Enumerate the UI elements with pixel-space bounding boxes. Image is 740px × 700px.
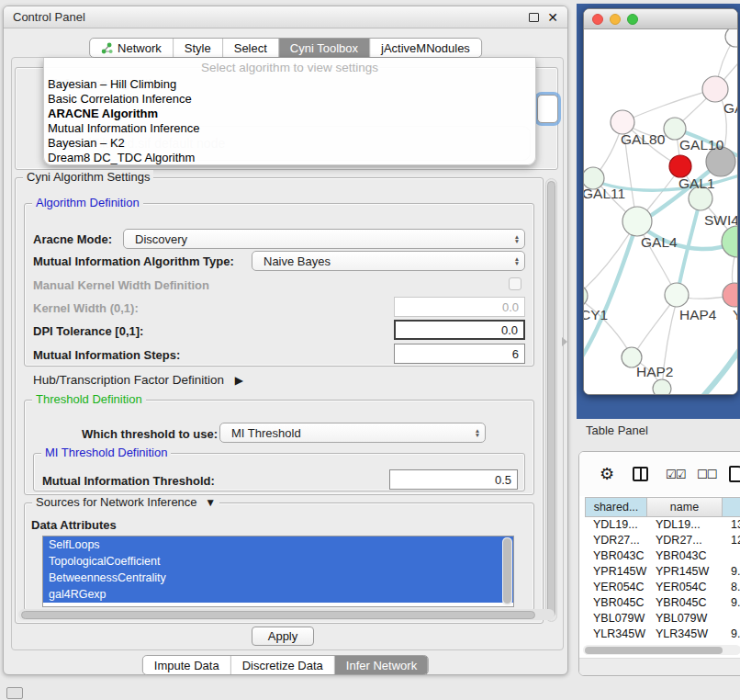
table-row[interactable]: YDR27...YDR27...12 <box>585 533 740 548</box>
network-window-titlebar[interactable] <box>584 9 737 29</box>
window-zoom-icon[interactable] <box>627 14 638 25</box>
float-panel-icon[interactable] <box>529 13 539 22</box>
control-panel-title: Control Panel <box>13 10 85 24</box>
node-bottom[interactable] <box>653 379 671 394</box>
algorithm-combo-fragment[interactable] <box>537 95 558 123</box>
aracne-mode-combo[interactable]: Discovery ▲▼ <box>123 229 525 249</box>
chevron-updown-icon: ▲▼ <box>470 428 485 437</box>
node-gal1[interactable] <box>669 155 691 177</box>
node-salmon[interactable] <box>723 283 737 307</box>
node-label: GAL80 <box>621 131 666 147</box>
network-view-window: GAL GAL80 GAL10 GAL1 GAL11 SWI4 GAL4 GCY… <box>583 8 738 395</box>
network-canvas[interactable]: GAL GAL80 GAL10 GAL1 GAL11 SWI4 GAL4 GCY… <box>584 29 737 394</box>
kernel-width-label: Kernel Width (0,1): <box>33 301 139 315</box>
settings-vertical-scrollbar[interactable] <box>545 178 557 622</box>
which-threshold-combo[interactable]: MI Threshold ▲▼ <box>219 423 486 443</box>
dpi-tolerance-label: DPI Tolerance [0,1]: <box>33 324 143 338</box>
mi-steps-label: Mutual Information Steps: <box>33 348 180 362</box>
table-row[interactable]: YER054CYER054C8. <box>585 580 740 595</box>
tab-style[interactable]: Style <box>174 39 223 57</box>
threshold-definition-title: Threshold Definition <box>32 392 146 406</box>
mi-threshold-field[interactable]: 0.5 <box>389 469 518 490</box>
table-row[interactable]: YBR045CYBR045C9. <box>585 595 740 611</box>
manual-kernel-width-checkbox[interactable] <box>509 277 521 290</box>
column-header-name[interactable]: name <box>647 497 723 517</box>
gear-icon[interactable]: ⚙ <box>600 464 614 484</box>
sources-group-title[interactable]: Sources for Network Inference ▼ <box>32 495 219 509</box>
dpi-tolerance-field[interactable]: 0.0 <box>394 320 525 340</box>
chevron-updown-icon: ▲▼ <box>510 256 524 265</box>
node-label: GAL10 <box>679 137 724 152</box>
apply-button[interactable]: Apply <box>252 627 314 646</box>
control-panel-titlebar: Control Panel ✕ <box>4 6 567 28</box>
node-gal4[interactable] <box>622 207 652 236</box>
node-label: SWI4 <box>704 212 737 228</box>
tab-select[interactable]: Select <box>223 39 279 57</box>
panel-splitter-handle[interactable] <box>562 337 567 346</box>
list-item-selfloops[interactable]: SelfLoops <box>43 536 513 553</box>
algo-item-dream8[interactable]: Dream8 DC_TDC Algorithm <box>44 151 535 165</box>
columns-icon[interactable] <box>633 467 648 481</box>
node-label: GCY1 <box>584 307 608 322</box>
settings-horizontal-scrollbar[interactable] <box>18 609 555 620</box>
attribute-list-scrollbar[interactable] <box>502 537 512 605</box>
node-swi4[interactable] <box>722 226 737 257</box>
node-gal[interactable] <box>702 76 728 102</box>
manual-kernel-width-label: Manual Kernel Width Definition <box>33 278 209 292</box>
caret-down-icon: ▼ <box>205 496 216 509</box>
table-row[interactable]: YBL079WYBL079W <box>585 611 740 627</box>
algorithm-placeholder: Select algorithm to view settings <box>44 58 535 77</box>
tab-jactivemnodules[interactable]: jActiveMNodules <box>370 39 481 57</box>
tab-discretize-data[interactable]: Discretize Data <box>231 656 335 674</box>
data-attributes-list: SelfLoops TopologicalCoefficient Between… <box>42 536 514 607</box>
export-table-icon[interactable] <box>729 466 740 482</box>
dock-panel-icon[interactable] <box>6 687 23 699</box>
caret-right-icon: ▶ <box>235 374 243 387</box>
network-icon <box>101 42 113 54</box>
algo-item-bayesian-k2[interactable]: Bayesian – K2 <box>44 136 535 151</box>
deselect-all-checks-icon[interactable]: ☐☐ <box>697 468 716 481</box>
node-label: GAL11 <box>584 186 625 201</box>
mi-algorithm-type-label: Mutual Information Algorithm Type: <box>33 254 234 268</box>
list-item-topologicalcoefficient[interactable]: TopologicalCoefficient <box>43 553 513 570</box>
window-close-icon[interactable] <box>592 14 603 25</box>
list-item-gal4rgexp[interactable]: gal4RGexp <box>43 586 513 603</box>
column-header-shared-name[interactable]: shared... <box>585 497 647 517</box>
node-hap4[interactable] <box>665 283 689 307</box>
select-all-checks-icon[interactable]: ☑☑ <box>666 468 685 481</box>
node-label: GAL1 <box>678 175 715 191</box>
application-root: Control Panel ✕ Network Style Selec <box>0 0 740 700</box>
table-panel-footer <box>579 658 740 675</box>
window-minimize-icon[interactable] <box>610 14 621 25</box>
algo-item-mutual-information[interactable]: Mutual Information Inference <box>44 121 535 136</box>
node-label: HAP4 <box>679 307 717 322</box>
mi-steps-field[interactable]: 6 <box>394 344 525 364</box>
list-item-betweennesscentrality[interactable]: BetweennessCentrality <box>43 570 513 586</box>
mi-threshold-label: Mutual Information Threshold: <box>42 474 215 488</box>
table-row[interactable]: YDL19...YDL19...13 <box>585 517 740 533</box>
algo-item-aracne[interactable]: ARACNE Algorithm <box>44 107 535 121</box>
table-row[interactable]: YBR043CYBR043C <box>585 548 740 564</box>
table-row[interactable]: YLR345WYLR345W9. <box>585 627 740 642</box>
mi-algorithm-type-combo[interactable]: Naive Bayes ▲▼ <box>252 251 525 271</box>
network-graph: GAL GAL80 GAL10 GAL1 GAL11 SWI4 GAL4 GCY… <box>584 29 737 394</box>
tab-network[interactable]: Network <box>90 39 174 57</box>
kernel-width-field[interactable]: 0.0 <box>394 297 525 317</box>
control-panel-window: Control Panel ✕ Network Style Selec <box>3 6 568 675</box>
column-header-partial[interactable] <box>723 497 740 517</box>
table-horizontal-scrollbar[interactable] <box>583 645 740 655</box>
algo-item-bayesian-hill-climbing[interactable]: Bayesian – Hill Climbing <box>44 77 535 92</box>
data-attributes-label: Data Attributes <box>31 518 117 532</box>
table-row[interactable]: YPR145WYPR145W9. <box>585 564 740 580</box>
table-panel-toolbar: ⚙ ☑☑ ☐☐ <box>579 452 740 496</box>
algo-item-basic-correlation[interactable]: Basic Correlation Inference <box>44 92 535 107</box>
algorithm-definition-title: Algorithm Definition <box>32 196 143 209</box>
tab-impute-data[interactable]: Impute Data <box>143 656 231 674</box>
cyni-settings-group-title: Cyni Algorithm Settings <box>23 170 153 184</box>
tab-infer-network[interactable]: Infer Network <box>335 656 428 674</box>
close-icon[interactable]: ✕ <box>547 11 558 24</box>
hub-definition-toggle[interactable]: Hub/Transcription Factor Definition ▶ <box>33 373 243 387</box>
tab-cyni-toolbox[interactable]: Cyni Toolbox <box>279 39 370 57</box>
table-panel-box: ⚙ ☑☑ ☐☐ shared... name YDL19...YDL19...1… <box>578 451 740 676</box>
node-partial-top[interactable] <box>725 29 737 47</box>
